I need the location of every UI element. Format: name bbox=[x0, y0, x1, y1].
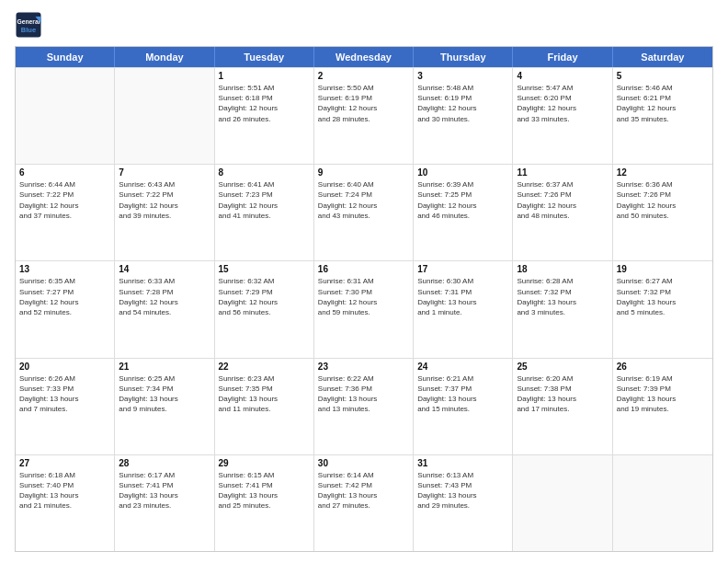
cell-line: Daylight: 12 hours bbox=[318, 103, 409, 113]
day-number: 25 bbox=[517, 362, 608, 372]
cell-line: Sunset: 7:32 PM bbox=[617, 287, 709, 297]
cell-line: Sunset: 7:42 PM bbox=[318, 480, 409, 490]
day-number: 4 bbox=[517, 71, 608, 81]
cell-line: and 7 minutes. bbox=[19, 404, 110, 414]
cell-line: Daylight: 12 hours bbox=[517, 103, 608, 113]
cell-line: Sunrise: 5:51 AM bbox=[219, 83, 310, 93]
cell-line: Sunrise: 6:26 AM bbox=[19, 373, 110, 384]
cell-line: and 28 minutes. bbox=[318, 114, 409, 124]
calendar-cell: 23Sunrise: 6:22 AMSunset: 7:36 PMDayligh… bbox=[314, 359, 414, 454]
cell-line: and 25 minutes. bbox=[219, 500, 310, 511]
cell-line: and 9 minutes. bbox=[119, 404, 210, 414]
calendar-cell: 3Sunrise: 5:48 AMSunset: 6:19 PMDaylight… bbox=[414, 68, 513, 164]
calendar-cell: 18Sunrise: 6:28 AMSunset: 7:32 PMDayligh… bbox=[513, 261, 612, 357]
cell-line: Sunrise: 6:32 AM bbox=[219, 276, 310, 286]
cell-line: and 26 minutes. bbox=[219, 114, 310, 124]
cell-line: Daylight: 13 hours bbox=[617, 394, 709, 404]
cell-line: Sunrise: 6:17 AM bbox=[119, 470, 210, 480]
cell-line: and 50 minutes. bbox=[617, 211, 709, 221]
calendar-row: 20Sunrise: 6:26 AMSunset: 7:33 PMDayligh… bbox=[16, 358, 712, 454]
svg-text:Blue: Blue bbox=[21, 26, 36, 34]
header-day-thursday: Thursday bbox=[414, 47, 513, 67]
cell-line: Sunset: 7:39 PM bbox=[617, 384, 709, 394]
calendar-body: 1Sunrise: 5:51 AMSunset: 6:18 PMDaylight… bbox=[16, 67, 712, 551]
calendar: SundayMondayTuesdayWednesdayThursdayFrid… bbox=[15, 46, 713, 552]
day-number: 5 bbox=[617, 71, 709, 81]
cell-line: Daylight: 12 hours bbox=[417, 103, 508, 113]
cell-line: Daylight: 13 hours bbox=[417, 490, 508, 500]
cell-line: Sunset: 7:24 PM bbox=[318, 190, 409, 200]
day-number: 13 bbox=[19, 264, 110, 274]
calendar-cell: 15Sunrise: 6:32 AMSunset: 7:29 PMDayligh… bbox=[215, 261, 314, 357]
cell-line: Daylight: 13 hours bbox=[119, 490, 210, 500]
cell-line: and 33 minutes. bbox=[517, 114, 608, 124]
cell-line: Sunset: 7:35 PM bbox=[219, 384, 310, 394]
cell-line: and 41 minutes. bbox=[219, 211, 310, 221]
calendar-cell bbox=[513, 455, 612, 551]
day-number: 10 bbox=[417, 167, 508, 178]
cell-line: Sunset: 7:32 PM bbox=[517, 287, 608, 297]
cell-line: Daylight: 13 hours bbox=[318, 490, 409, 500]
cell-line: Sunset: 6:21 PM bbox=[617, 93, 709, 103]
day-number: 30 bbox=[318, 458, 409, 468]
calendar-row: 6Sunrise: 6:44 AMSunset: 7:22 PMDaylight… bbox=[16, 164, 712, 260]
day-number: 1 bbox=[219, 71, 310, 81]
day-number: 18 bbox=[517, 264, 608, 274]
cell-line: and 35 minutes. bbox=[617, 114, 709, 124]
day-number: 8 bbox=[219, 167, 310, 178]
calendar-cell: 7Sunrise: 6:43 AMSunset: 7:22 PMDaylight… bbox=[115, 165, 214, 260]
cell-line: and 48 minutes. bbox=[517, 211, 608, 221]
cell-line: and 17 minutes. bbox=[517, 404, 608, 414]
cell-line: and 3 minutes. bbox=[517, 307, 608, 317]
calendar-cell: 6Sunrise: 6:44 AMSunset: 7:22 PMDaylight… bbox=[16, 165, 115, 260]
cell-line: Daylight: 13 hours bbox=[219, 490, 310, 500]
calendar-cell: 30Sunrise: 6:14 AMSunset: 7:42 PMDayligh… bbox=[314, 455, 414, 551]
cell-line: Sunrise: 5:48 AM bbox=[417, 83, 508, 93]
day-number: 11 bbox=[517, 167, 608, 178]
day-number: 9 bbox=[318, 167, 409, 178]
calendar-cell: 1Sunrise: 5:51 AMSunset: 6:18 PMDaylight… bbox=[215, 68, 314, 164]
day-number: 23 bbox=[318, 362, 409, 372]
cell-line: Daylight: 12 hours bbox=[119, 201, 210, 211]
calendar-cell: 25Sunrise: 6:20 AMSunset: 7:38 PMDayligh… bbox=[513, 359, 612, 454]
day-number: 17 bbox=[417, 264, 508, 274]
svg-text:General: General bbox=[17, 18, 40, 25]
cell-line: Sunrise: 6:40 AM bbox=[318, 179, 409, 190]
cell-line: Daylight: 13 hours bbox=[517, 297, 608, 307]
cell-line: Sunset: 7:36 PM bbox=[318, 384, 409, 394]
calendar-row: 13Sunrise: 6:35 AMSunset: 7:27 PMDayligh… bbox=[16, 260, 712, 357]
cell-line: Sunset: 7:25 PM bbox=[417, 190, 508, 200]
cell-line: Sunrise: 5:47 AM bbox=[517, 83, 608, 93]
day-number: 28 bbox=[119, 458, 210, 468]
header-day-sunday: Sunday bbox=[16, 47, 115, 67]
calendar-header: SundayMondayTuesdayWednesdayThursdayFrid… bbox=[16, 47, 712, 67]
calendar-cell: 31Sunrise: 6:13 AMSunset: 7:43 PMDayligh… bbox=[414, 455, 513, 551]
cell-line: Sunset: 7:23 PM bbox=[219, 190, 310, 200]
cell-line: Sunset: 7:40 PM bbox=[19, 480, 110, 490]
cell-line: Sunrise: 6:44 AM bbox=[19, 179, 110, 190]
cell-line: Sunrise: 6:14 AM bbox=[318, 470, 409, 480]
cell-line: Daylight: 13 hours bbox=[617, 297, 709, 307]
header-day-saturday: Saturday bbox=[613, 47, 712, 67]
cell-line: Sunrise: 6:13 AM bbox=[417, 470, 508, 480]
cell-line: Daylight: 13 hours bbox=[219, 394, 310, 404]
cell-line: Sunrise: 6:31 AM bbox=[318, 276, 409, 286]
day-number: 29 bbox=[219, 458, 310, 468]
cell-line: Daylight: 12 hours bbox=[417, 201, 508, 211]
cell-line: Sunrise: 6:39 AM bbox=[417, 179, 508, 190]
cell-line: Sunrise: 6:18 AM bbox=[19, 470, 110, 480]
header-day-friday: Friday bbox=[513, 47, 612, 67]
day-number: 19 bbox=[617, 264, 709, 274]
cell-line: Daylight: 12 hours bbox=[318, 297, 409, 307]
calendar-cell: 8Sunrise: 6:41 AMSunset: 7:23 PMDaylight… bbox=[215, 165, 314, 260]
logo-icon: General Blue bbox=[15, 11, 42, 39]
day-number: 24 bbox=[417, 362, 508, 372]
calendar-cell: 21Sunrise: 6:25 AMSunset: 7:34 PMDayligh… bbox=[115, 359, 214, 454]
calendar-cell: 2Sunrise: 5:50 AMSunset: 6:19 PMDaylight… bbox=[314, 68, 414, 164]
calendar-cell: 24Sunrise: 6:21 AMSunset: 7:37 PMDayligh… bbox=[414, 359, 513, 454]
cell-line: and 46 minutes. bbox=[417, 211, 508, 221]
cell-line: Daylight: 13 hours bbox=[19, 394, 110, 404]
cell-line: and 43 minutes. bbox=[318, 211, 409, 221]
cell-line: and 11 minutes. bbox=[219, 404, 310, 414]
cell-line: Daylight: 13 hours bbox=[417, 297, 508, 307]
